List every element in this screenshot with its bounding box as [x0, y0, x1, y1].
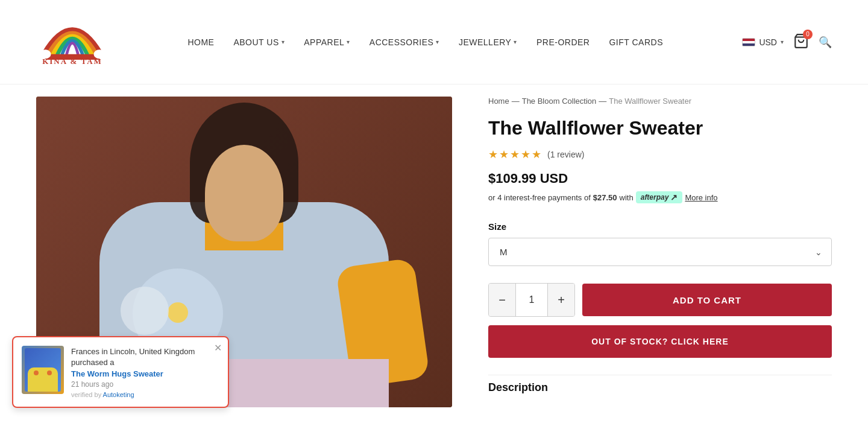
- afterpay-row: or 4 interest-free payments of $27.50 wi…: [488, 191, 832, 203]
- afterpay-amount: $27.50: [593, 193, 617, 202]
- notification-autoketing-link[interactable]: Autoketing: [103, 391, 134, 398]
- nav-gift-cards[interactable]: GIFT CARDS: [609, 37, 663, 47]
- site-header: KINA & TAM HOME ABOUT US ▾ APPAREL ▾ ACC…: [0, 0, 868, 84]
- quantity-control: − 1 +: [488, 283, 575, 317]
- quantity-increase-button[interactable]: +: [548, 284, 574, 316]
- chevron-down-icon: ▾: [347, 39, 350, 45]
- size-select[interactable]: XS S M L XL XXL: [488, 238, 832, 266]
- afterpay-badge: afterpay ↗: [636, 191, 683, 203]
- main-nav: HOME ABOUT US ▾ APPAREL ▾ ACCESSORIES ▾ …: [187, 37, 663, 47]
- flower-small: [121, 287, 169, 335]
- face: [205, 145, 283, 241]
- afterpay-with: with: [620, 193, 634, 202]
- review-count: (1 review): [547, 150, 584, 159]
- breadcrumb-current: The Wallflower Sweater: [609, 97, 691, 106]
- logo-rainbow-icon: [36, 17, 108, 60]
- flag-icon: [742, 38, 755, 46]
- product-price: $109.99 USD: [488, 171, 832, 186]
- notification-content: Frances in Lincoln, United Kingdom purch…: [71, 346, 219, 398]
- header-actions: USD ▾ 0 🔍: [742, 33, 832, 51]
- star-rating: ★★★★★: [488, 148, 542, 161]
- notification-time: 21 hours ago: [71, 380, 219, 389]
- nav-about-us[interactable]: ABOUT US ▾: [233, 37, 285, 47]
- add-to-cart-row: − 1 + ADD TO CART: [488, 283, 832, 317]
- chevron-down-icon: ▾: [281, 39, 285, 45]
- nav-jewellery[interactable]: JEWELLERY ▾: [459, 37, 517, 47]
- quantity-value: 1: [515, 284, 548, 316]
- notification-footer: verified by Autoketing: [71, 391, 219, 398]
- breadcrumb-home[interactable]: Home: [488, 97, 509, 106]
- cart-badge: 0: [803, 30, 813, 39]
- breadcrumb: Home — The Bloom Collection — The Wallfl…: [488, 97, 832, 106]
- size-selector: XS S M L XL XXL ⌄: [488, 238, 832, 266]
- nav-apparel[interactable]: APPAREL ▾: [304, 37, 350, 47]
- search-icon[interactable]: 🔍: [819, 36, 832, 49]
- currency-selector[interactable]: USD ▾: [742, 37, 784, 47]
- add-to-cart-button[interactable]: ADD TO CART: [582, 284, 832, 316]
- nav-home[interactable]: HOME: [187, 37, 214, 47]
- site-logo[interactable]: KINA & TAM: [36, 17, 108, 66]
- currency-label: USD: [759, 37, 777, 47]
- notification-close-button[interactable]: ✕: [214, 342, 222, 354]
- reviews-row: ★★★★★ (1 review): [488, 148, 832, 161]
- size-label: Size: [488, 221, 832, 232]
- breadcrumb-separator: —: [599, 97, 606, 106]
- product-title: The Wallflower Sweater: [488, 116, 832, 139]
- notification-person: Frances in Lincoln, United Kingdom: [71, 347, 195, 356]
- flower-center: [168, 302, 188, 323]
- chevron-down-icon: ▾: [514, 39, 517, 45]
- chevron-down-icon: ▾: [781, 39, 784, 45]
- description-heading: Description: [488, 375, 832, 394]
- product-details-column: Home — The Bloom Collection — The Wallfl…: [488, 97, 832, 407]
- purchase-notification: Frances in Lincoln, United Kingdom purch…: [12, 336, 229, 408]
- out-of-stock-button[interactable]: OUT OF STOCK? CLICK HERE: [488, 325, 832, 358]
- afterpay-text: or 4 interest-free payments of: [488, 193, 591, 202]
- nav-accessories[interactable]: ACCESSORIES ▾: [370, 37, 439, 47]
- chevron-down-icon: ▾: [436, 39, 439, 45]
- notification-product-link[interactable]: The Worm Hugs Sweater: [71, 369, 219, 378]
- logo-text: KINA & TAM: [42, 57, 102, 66]
- notification-product-thumbnail: [22, 346, 64, 394]
- breadcrumb-collection[interactable]: The Bloom Collection: [522, 97, 597, 106]
- notification-action-text: purchased a: [71, 358, 115, 367]
- quantity-decrease-button[interactable]: −: [489, 284, 515, 316]
- breadcrumb-separator: —: [512, 97, 520, 106]
- cart-button[interactable]: 0: [793, 33, 809, 51]
- afterpay-more-info[interactable]: More info: [685, 193, 717, 202]
- nav-pre-order[interactable]: PRE-ORDER: [536, 37, 590, 47]
- notification-verified: verified: [71, 391, 92, 398]
